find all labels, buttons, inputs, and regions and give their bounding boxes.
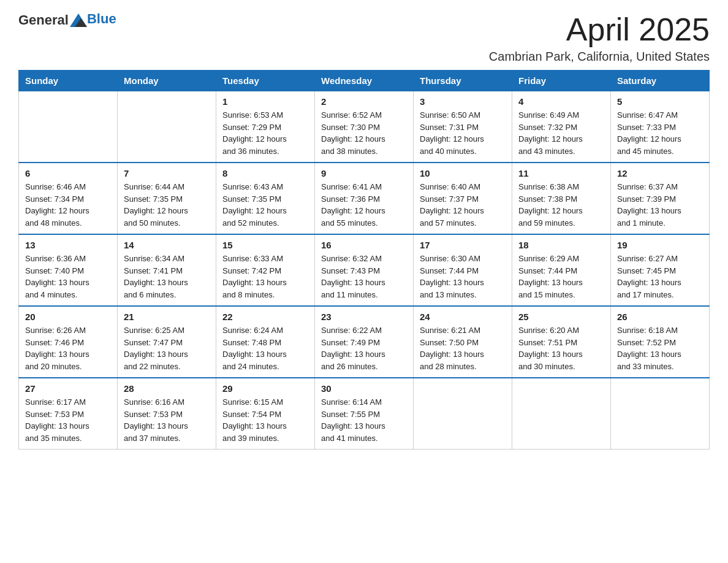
calendar-cell: 18Sunrise: 6:29 AMSunset: 7:44 PMDayligh… bbox=[512, 234, 611, 306]
location-title: Cambrian Park, California, United States bbox=[489, 50, 710, 64]
day-number: 18 bbox=[518, 240, 604, 250]
day-number: 2 bbox=[321, 96, 407, 107]
day-info: Sunrise: 6:30 AMSunset: 7:44 PMDaylight:… bbox=[420, 253, 506, 301]
calendar-week-4: 20Sunrise: 6:26 AMSunset: 7:46 PMDayligh… bbox=[19, 306, 710, 378]
calendar-cell: 10Sunrise: 6:40 AMSunset: 7:37 PMDayligh… bbox=[414, 163, 512, 234]
day-info: Sunrise: 6:53 AMSunset: 7:29 PMDaylight:… bbox=[222, 109, 308, 157]
day-info: Sunrise: 6:26 AMSunset: 7:46 PMDaylight:… bbox=[25, 324, 111, 372]
day-number: 28 bbox=[124, 383, 210, 394]
calendar-cell: 25Sunrise: 6:20 AMSunset: 7:51 PMDayligh… bbox=[512, 306, 611, 378]
calendar-cell: 27Sunrise: 6:17 AMSunset: 7:53 PMDayligh… bbox=[19, 378, 118, 450]
day-number: 29 bbox=[222, 383, 308, 394]
day-number: 26 bbox=[617, 312, 703, 322]
day-info: Sunrise: 6:22 AMSunset: 7:49 PMDaylight:… bbox=[321, 324, 407, 372]
day-number: 23 bbox=[321, 312, 407, 322]
calendar-cell: 21Sunrise: 6:25 AMSunset: 7:47 PMDayligh… bbox=[118, 306, 216, 378]
day-number: 3 bbox=[420, 96, 506, 107]
calendar-header-monday: Monday bbox=[118, 71, 216, 91]
day-info: Sunrise: 6:38 AMSunset: 7:38 PMDaylight:… bbox=[518, 181, 604, 229]
calendar-cell: 28Sunrise: 6:16 AMSunset: 7:53 PMDayligh… bbox=[118, 378, 216, 450]
calendar-cell: 11Sunrise: 6:38 AMSunset: 7:38 PMDayligh… bbox=[512, 163, 611, 234]
calendar-week-5: 27Sunrise: 6:17 AMSunset: 7:53 PMDayligh… bbox=[19, 378, 710, 450]
calendar-cell: 29Sunrise: 6:15 AMSunset: 7:54 PMDayligh… bbox=[216, 378, 315, 450]
day-number: 4 bbox=[518, 96, 604, 107]
day-number: 25 bbox=[518, 312, 604, 322]
day-info: Sunrise: 6:34 AMSunset: 7:41 PMDaylight:… bbox=[124, 253, 210, 301]
day-number: 14 bbox=[124, 240, 210, 250]
day-number: 15 bbox=[222, 240, 308, 250]
day-number: 8 bbox=[222, 168, 308, 178]
calendar-cell: 22Sunrise: 6:24 AMSunset: 7:48 PMDayligh… bbox=[216, 306, 315, 378]
calendar-cell: 3Sunrise: 6:50 AMSunset: 7:31 PMDaylight… bbox=[414, 91, 512, 163]
day-info: Sunrise: 6:47 AMSunset: 7:33 PMDaylight:… bbox=[617, 109, 703, 157]
calendar-cell: 16Sunrise: 6:32 AMSunset: 7:43 PMDayligh… bbox=[315, 234, 414, 306]
calendar-cell: 7Sunrise: 6:44 AMSunset: 7:35 PMDaylight… bbox=[118, 163, 216, 234]
day-number: 13 bbox=[25, 240, 111, 250]
calendar-cell: 30Sunrise: 6:14 AMSunset: 7:55 PMDayligh… bbox=[315, 378, 414, 450]
calendar-week-1: 1Sunrise: 6:53 AMSunset: 7:29 PMDaylight… bbox=[19, 91, 710, 163]
calendar-cell: 13Sunrise: 6:36 AMSunset: 7:40 PMDayligh… bbox=[19, 234, 118, 306]
day-number: 6 bbox=[25, 168, 111, 178]
calendar-cell: 6Sunrise: 6:46 AMSunset: 7:34 PMDaylight… bbox=[19, 163, 118, 234]
day-info: Sunrise: 6:52 AMSunset: 7:30 PMDaylight:… bbox=[321, 109, 407, 157]
day-info: Sunrise: 6:27 AMSunset: 7:45 PMDaylight:… bbox=[617, 253, 703, 301]
calendar-cell: 12Sunrise: 6:37 AMSunset: 7:39 PMDayligh… bbox=[611, 163, 710, 234]
page-header: General Blue April 2025 Cambrian Park, C… bbox=[18, 12, 710, 64]
calendar-cell bbox=[19, 91, 118, 163]
day-info: Sunrise: 6:49 AMSunset: 7:32 PMDaylight:… bbox=[518, 109, 604, 157]
calendar-cell: 1Sunrise: 6:53 AMSunset: 7:29 PMDaylight… bbox=[216, 91, 315, 163]
calendar-header-row: SundayMondayTuesdayWednesdayThursdayFrid… bbox=[19, 71, 710, 91]
day-number: 16 bbox=[321, 240, 407, 250]
day-number: 22 bbox=[222, 312, 308, 322]
day-info: Sunrise: 6:40 AMSunset: 7:37 PMDaylight:… bbox=[420, 181, 506, 229]
calendar-cell bbox=[611, 378, 710, 450]
logo: General Blue bbox=[18, 12, 116, 28]
day-number: 10 bbox=[420, 168, 506, 178]
calendar-cell: 17Sunrise: 6:30 AMSunset: 7:44 PMDayligh… bbox=[414, 234, 512, 306]
calendar-cell bbox=[414, 378, 512, 450]
day-info: Sunrise: 6:29 AMSunset: 7:44 PMDaylight:… bbox=[518, 253, 604, 301]
day-info: Sunrise: 6:17 AMSunset: 7:53 PMDaylight:… bbox=[25, 396, 111, 444]
day-number: 7 bbox=[124, 168, 210, 178]
logo-general-text: General bbox=[18, 12, 69, 28]
calendar-week-3: 13Sunrise: 6:36 AMSunset: 7:40 PMDayligh… bbox=[19, 234, 710, 306]
day-info: Sunrise: 6:37 AMSunset: 7:39 PMDaylight:… bbox=[617, 181, 703, 229]
day-info: Sunrise: 6:25 AMSunset: 7:47 PMDaylight:… bbox=[124, 324, 210, 372]
calendar-header-friday: Friday bbox=[512, 71, 611, 91]
day-info: Sunrise: 6:24 AMSunset: 7:48 PMDaylight:… bbox=[222, 324, 308, 372]
day-number: 9 bbox=[321, 168, 407, 178]
day-number: 20 bbox=[25, 312, 111, 322]
day-number: 30 bbox=[321, 383, 407, 394]
day-info: Sunrise: 6:50 AMSunset: 7:31 PMDaylight:… bbox=[420, 109, 506, 157]
calendar-cell: 9Sunrise: 6:41 AMSunset: 7:36 PMDaylight… bbox=[315, 163, 414, 234]
title-block: April 2025 Cambrian Park, California, Un… bbox=[489, 12, 710, 64]
day-info: Sunrise: 6:14 AMSunset: 7:55 PMDaylight:… bbox=[321, 396, 407, 444]
day-number: 1 bbox=[222, 96, 308, 107]
calendar-cell: 15Sunrise: 6:33 AMSunset: 7:42 PMDayligh… bbox=[216, 234, 315, 306]
calendar-cell: 4Sunrise: 6:49 AMSunset: 7:32 PMDaylight… bbox=[512, 91, 611, 163]
day-number: 19 bbox=[617, 240, 703, 250]
day-info: Sunrise: 6:15 AMSunset: 7:54 PMDaylight:… bbox=[222, 396, 308, 444]
day-number: 5 bbox=[617, 96, 703, 107]
calendar-cell bbox=[512, 378, 611, 450]
calendar-week-2: 6Sunrise: 6:46 AMSunset: 7:34 PMDaylight… bbox=[19, 163, 710, 234]
calendar-table: SundayMondayTuesdayWednesdayThursdayFrid… bbox=[18, 70, 710, 450]
calendar-header-sunday: Sunday bbox=[19, 71, 118, 91]
day-info: Sunrise: 6:43 AMSunset: 7:35 PMDaylight:… bbox=[222, 181, 308, 229]
logo-icon bbox=[70, 13, 87, 27]
day-info: Sunrise: 6:21 AMSunset: 7:50 PMDaylight:… bbox=[420, 324, 506, 372]
calendar-cell: 26Sunrise: 6:18 AMSunset: 7:52 PMDayligh… bbox=[611, 306, 710, 378]
day-info: Sunrise: 6:32 AMSunset: 7:43 PMDaylight:… bbox=[321, 253, 407, 301]
logo-blue-text: Blue bbox=[87, 11, 116, 27]
day-info: Sunrise: 6:33 AMSunset: 7:42 PMDaylight:… bbox=[222, 253, 308, 301]
day-number: 21 bbox=[124, 312, 210, 322]
calendar-cell: 19Sunrise: 6:27 AMSunset: 7:45 PMDayligh… bbox=[611, 234, 710, 306]
day-info: Sunrise: 6:16 AMSunset: 7:53 PMDaylight:… bbox=[124, 396, 210, 444]
day-info: Sunrise: 6:44 AMSunset: 7:35 PMDaylight:… bbox=[124, 181, 210, 229]
day-info: Sunrise: 6:46 AMSunset: 7:34 PMDaylight:… bbox=[25, 181, 111, 229]
calendar-cell: 8Sunrise: 6:43 AMSunset: 7:35 PMDaylight… bbox=[216, 163, 315, 234]
calendar-header-thursday: Thursday bbox=[414, 71, 512, 91]
day-number: 12 bbox=[617, 168, 703, 178]
calendar-header-tuesday: Tuesday bbox=[216, 71, 315, 91]
calendar-cell: 14Sunrise: 6:34 AMSunset: 7:41 PMDayligh… bbox=[118, 234, 216, 306]
